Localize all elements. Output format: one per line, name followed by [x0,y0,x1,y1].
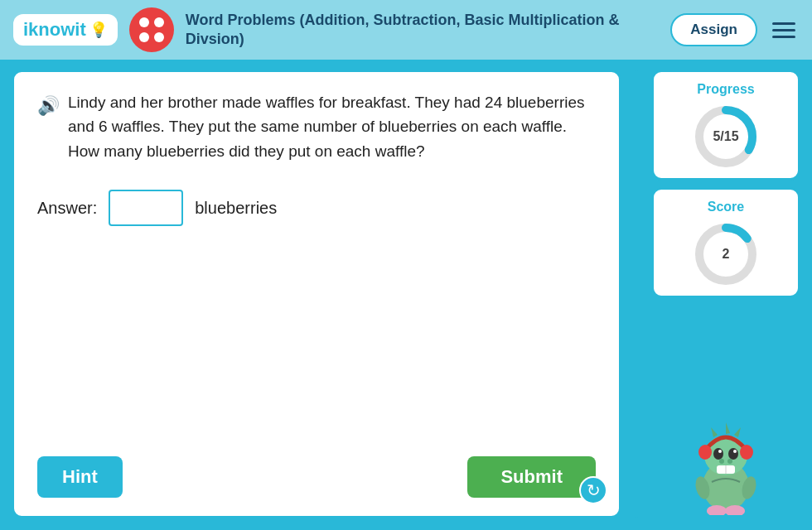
svg-point-12 [719,459,724,464]
menu-icon-line3 [772,36,795,38]
svg-marker-22 [734,427,741,437]
svg-point-8 [713,448,723,460]
logo: iknowit 💡 [13,14,118,46]
answer-input[interactable] [109,190,183,226]
progress-section: Progress 5/15 [651,70,800,181]
score-label: Score [708,200,744,214]
dots-grid [139,17,164,42]
bottom-buttons: Hint Submit [37,456,596,498]
dot-1 [139,17,149,27]
score-donut: 2 [693,221,759,287]
question-panel: 🔊 Lindy and her brother made waffles for… [12,70,621,518]
mascot-character [680,407,771,515]
answer-suffix: blueberries [195,199,277,218]
dot-2 [154,17,164,27]
dot-4 [154,32,164,42]
svg-point-9 [728,448,738,460]
svg-point-6 [698,445,712,460]
mascot-area [680,305,771,518]
answer-label: Answer: [37,199,97,218]
progress-label: Progress [697,82,754,97]
svg-point-10 [718,450,722,453]
progress-value: 5/15 [713,129,738,144]
menu-icon-line1 [772,22,795,25]
speaker-icon[interactable]: 🔊 [37,92,60,120]
app-header: iknowit 💡 Word Problems (Addition, Subtr… [0,0,812,60]
logo-text: iknowit [23,19,86,41]
assign-button[interactable]: Assign [670,13,757,46]
submit-button[interactable]: Submit [467,456,596,498]
question-area: 🔊 Lindy and her brother made waffles for… [37,90,596,440]
hint-button[interactable]: Hint [37,456,123,498]
svg-marker-20 [711,427,718,437]
main-content: 🔊 Lindy and her brother made waffles for… [0,60,812,530]
svg-point-7 [740,445,753,460]
bulb-icon: 💡 [89,21,108,39]
dot-3 [139,32,149,42]
svg-point-13 [727,459,732,464]
question-content: Lindy and her brother made waffles for b… [68,90,596,163]
question-text: 🔊 Lindy and her brother made waffles for… [37,90,596,163]
activity-icon [129,7,174,52]
menu-icon-line2 [772,29,795,31]
vertical-divider [635,70,638,518]
lesson-title: Word Problems (Addition, Subtraction, Ba… [186,11,660,50]
next-button[interactable]: ↻ [579,476,607,504]
score-section: Score 2 [651,187,800,298]
score-value: 2 [723,247,730,262]
answer-row: Answer: blueberries [37,190,596,226]
right-panel: Progress 5/15 Score 2 [651,70,800,518]
menu-button[interactable] [769,19,799,41]
svg-marker-21 [726,422,730,434]
progress-donut: 5/15 [693,104,759,170]
svg-point-11 [733,450,737,453]
